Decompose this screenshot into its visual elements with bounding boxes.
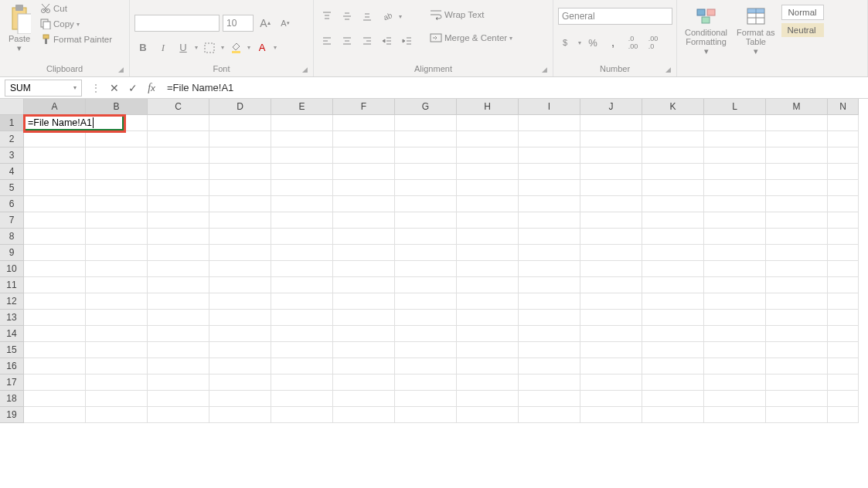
align-bottom-button[interactable] [359,8,376,25]
cell-J19[interactable] [580,407,642,423]
cell-E16[interactable] [271,358,333,374]
cell-E9[interactable] [271,245,333,261]
cell-D10[interactable] [209,261,271,277]
cell-N18[interactable] [828,391,859,407]
column-header-H[interactable]: H [457,99,519,115]
cell-N11[interactable] [828,277,859,293]
cell-D1[interactable] [209,115,271,131]
cell-C13[interactable] [148,310,209,326]
row-header-1[interactable]: 1 [0,115,24,131]
cell-A4[interactable] [24,164,86,180]
cell-D6[interactable] [209,196,271,212]
cell-G18[interactable] [395,391,457,407]
cell-H18[interactable] [457,391,519,407]
row-header-15[interactable]: 15 [0,342,24,358]
insert-function-button[interactable]: fx [142,79,161,97]
cell-C2[interactable] [148,131,209,147]
cell-I5[interactable] [519,180,580,196]
cell-E6[interactable] [271,196,333,212]
cell-L1[interactable] [704,115,766,131]
cell-A19[interactable] [24,407,86,423]
cell-L19[interactable] [704,407,766,423]
row-header-7[interactable]: 7 [0,212,24,229]
conditional-formatting-button[interactable]: Conditional Formatting ▾ [682,5,730,58]
cell-M4[interactable] [766,164,828,180]
decrease-decimal-button[interactable]: .00.0 [645,34,662,51]
cell-J5[interactable] [580,180,642,196]
cell-M5[interactable] [766,180,828,196]
cell-E19[interactable] [271,407,333,423]
cell-L7[interactable] [704,212,766,229]
cell-B11[interactable] [86,277,148,293]
cell-B6[interactable] [86,196,148,212]
cell-A9[interactable] [24,245,86,261]
cell-M10[interactable] [766,261,828,277]
cell-B12[interactable] [86,293,148,310]
cell-K7[interactable] [642,212,704,229]
cell-G9[interactable] [395,245,457,261]
percent-format-button[interactable]: % [584,34,601,51]
cell-L14[interactable] [704,326,766,342]
italic-button[interactable]: I [155,39,172,56]
cell-H13[interactable] [457,310,519,326]
cell-N1[interactable] [828,115,859,131]
cell-A15[interactable] [24,342,86,358]
cell-I3[interactable] [519,147,580,164]
align-left-button[interactable] [318,32,335,49]
cell-D15[interactable] [209,342,271,358]
alignment-dialog-launcher[interactable]: ◢ [542,66,551,75]
cell-K1[interactable] [642,115,704,131]
cell-N4[interactable] [828,164,859,180]
cell-I6[interactable] [519,196,580,212]
decrease-indent-button[interactable] [379,32,396,49]
cell-B5[interactable] [86,180,148,196]
cell-G7[interactable] [395,212,457,229]
cell-C15[interactable] [148,342,209,358]
cell-M3[interactable] [766,147,828,164]
cell-C14[interactable] [148,326,209,342]
font-dialog-launcher[interactable]: ◢ [302,66,311,75]
cell-A10[interactable] [24,261,86,277]
cell-D16[interactable] [209,358,271,374]
cell-J18[interactable] [580,391,642,407]
cell-K5[interactable] [642,180,704,196]
cell-J4[interactable] [580,164,642,180]
cell-J14[interactable] [580,326,642,342]
cell-B15[interactable] [86,342,148,358]
cell-C4[interactable] [148,164,209,180]
cell-M2[interactable] [766,131,828,147]
cell-K13[interactable] [642,310,704,326]
cell-F18[interactable] [333,391,395,407]
cell-C6[interactable] [148,196,209,212]
cell-G12[interactable] [395,293,457,310]
cell-G4[interactable] [395,164,457,180]
cell-E2[interactable] [271,131,333,147]
cell-G10[interactable] [395,261,457,277]
cell-A6[interactable] [24,196,86,212]
row-header-2[interactable]: 2 [0,131,24,147]
increase-font-button[interactable]: A▴ [257,15,274,32]
cell-N19[interactable] [828,407,859,423]
paste-button[interactable]: Paste ▾ [5,2,34,55]
row-header-14[interactable]: 14 [0,326,24,342]
cell-C5[interactable] [148,180,209,196]
format-painter-button[interactable]: Format Painter [37,32,115,46]
cell-M8[interactable] [766,229,828,245]
cell-F9[interactable] [333,245,395,261]
column-header-M[interactable]: M [766,99,828,115]
cell-A18[interactable] [24,391,86,407]
cell-N15[interactable] [828,342,859,358]
cell-N16[interactable] [828,358,859,374]
cell-J9[interactable] [580,245,642,261]
cell-E5[interactable] [271,180,333,196]
cell-C12[interactable] [148,293,209,310]
cell-N10[interactable] [828,261,859,277]
cell-L2[interactable] [704,131,766,147]
cell-C11[interactable] [148,277,209,293]
cell-G3[interactable] [395,147,457,164]
cell-H7[interactable] [457,212,519,229]
cell-E11[interactable] [271,277,333,293]
cell-A12[interactable] [24,293,86,310]
cell-J17[interactable] [580,374,642,391]
cell-L18[interactable] [704,391,766,407]
